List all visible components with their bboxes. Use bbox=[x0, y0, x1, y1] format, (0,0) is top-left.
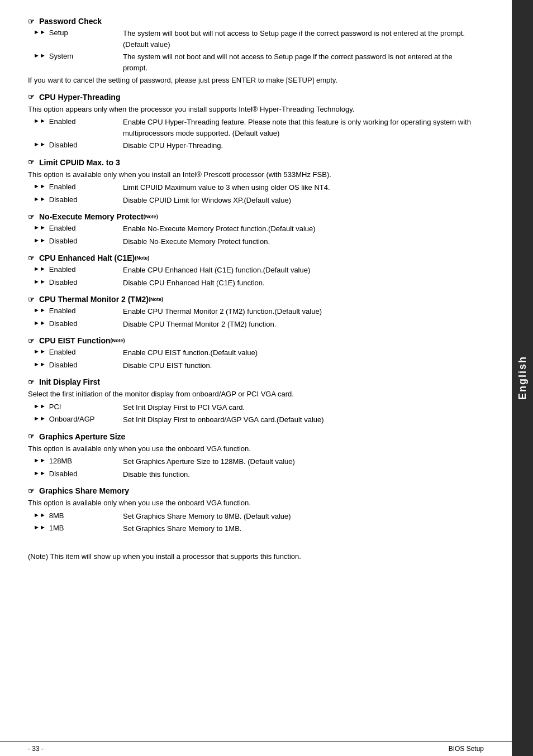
option-row: ►►EnabledEnable CPU EIST function.(Defau… bbox=[34, 347, 478, 358]
section-arrow-icon: ☞ bbox=[28, 432, 35, 441]
option-key: ►►Setup bbox=[34, 28, 123, 50]
option-arrow-icon: ►► bbox=[34, 28, 46, 35]
option-key: ►►Disabled bbox=[34, 140, 123, 151]
option-key-text: Disabled bbox=[49, 237, 78, 245]
section-title-graphics-aperture-size: ☞Graphics Aperture Size bbox=[28, 432, 478, 441]
section-extra: If you want to cancel the setting of pas… bbox=[28, 75, 478, 86]
option-row: ►►EnabledEnable CPU Enhanced Halt (C1E) … bbox=[34, 265, 478, 276]
section-desc: This option appears only when the proces… bbox=[28, 104, 478, 115]
section-arrow-icon: ☞ bbox=[28, 378, 35, 386]
page-title: BIOS Setup bbox=[449, 745, 484, 753]
section-title-text: Graphics Aperture Size bbox=[39, 432, 125, 441]
option-value-text: Disable this function. bbox=[123, 469, 478, 480]
option-row: ►►DisabledDisable CPU Enhanced Halt (C1E… bbox=[34, 277, 478, 289]
option-value-text: Enable CPU Hyper-Threading feature. Plea… bbox=[123, 117, 478, 138]
option-value-text: Disable CPU Hyper-Threading. bbox=[123, 140, 478, 151]
section-desc: This option is available only when you u… bbox=[28, 497, 478, 509]
option-arrow-icon: ►► bbox=[34, 224, 46, 231]
option-key-text: PCI bbox=[49, 403, 61, 411]
section-cpu-hyper-threading: ☞CPU Hyper-ThreadingThis option appears … bbox=[28, 93, 478, 151]
section-arrow-icon: ☞ bbox=[28, 487, 35, 495]
option-row: ►►DisabledDisable CPU EIST function. bbox=[34, 360, 478, 371]
option-arrow-icon: ►► bbox=[34, 183, 46, 189]
option-arrow-icon: ►► bbox=[34, 403, 46, 409]
option-row: ►►DisabledDisable No-Execute Memory Prot… bbox=[34, 236, 478, 247]
option-key-text: Enabled bbox=[49, 117, 76, 126]
footer-note-text: This item will show up when you install … bbox=[48, 552, 301, 561]
option-arrow-icon: ►► bbox=[34, 307, 46, 313]
option-arrow-icon: ►► bbox=[34, 265, 46, 272]
section-title-text: Init Display First bbox=[39, 377, 100, 386]
option-arrow-icon: ►► bbox=[34, 278, 46, 285]
section-arrow-icon: ☞ bbox=[28, 254, 35, 262]
option-row: ►►PCISet Init Display First to PCI VGA c… bbox=[34, 402, 478, 413]
option-arrow-icon: ►► bbox=[34, 457, 46, 463]
section-title-text: CPU Hyper-Threading bbox=[39, 93, 120, 102]
option-key: ►►Disabled bbox=[34, 360, 123, 371]
option-row: ►►Onboard/AGPSet Init Display First to o… bbox=[34, 414, 478, 425]
option-key-text: Disabled bbox=[49, 319, 78, 328]
section-note: (Note) bbox=[135, 255, 149, 261]
page-container: ☞Password Check►►SetupThe system will bo… bbox=[0, 0, 533, 756]
section-password-check: ☞Password Check►►SetupThe system will bo… bbox=[28, 17, 478, 86]
option-arrow-icon: ►► bbox=[34, 524, 46, 530]
section-arrow-icon: ☞ bbox=[28, 213, 35, 221]
section-note: (Note) bbox=[111, 338, 125, 343]
section-cpu-enhanced-halt: ☞CPU Enhanced Halt (C1E)(Note)►►EnabledE… bbox=[28, 253, 478, 288]
option-key-text: Disabled bbox=[49, 470, 78, 478]
section-graphics-aperture-size: ☞Graphics Aperture SizeThis option is av… bbox=[28, 432, 478, 480]
option-row: ►►8MBSet Graphics Share Memory to 8MB. (… bbox=[34, 511, 478, 522]
section-arrow-icon: ☞ bbox=[28, 158, 35, 166]
option-value-text: Enable CPU Enhanced Halt (C1E) function.… bbox=[123, 265, 478, 276]
option-key-text: System bbox=[49, 52, 73, 60]
option-key: ►►PCI bbox=[34, 402, 123, 413]
option-key: ►►Disabled bbox=[34, 236, 123, 247]
option-row: ►►DisabledDisable CPUID Limit for Window… bbox=[34, 195, 478, 206]
section-title-graphics-share-memory: ☞Graphics Share Memory bbox=[28, 486, 478, 495]
section-title-limit-cpuid: ☞Limit CPUID Max. to 3 bbox=[28, 158, 478, 167]
option-key-text: Disabled bbox=[49, 195, 78, 204]
option-value-text: Set Init Display First to PCI VGA card. bbox=[123, 402, 478, 413]
section-title-cpu-hyper-threading: ☞CPU Hyper-Threading bbox=[28, 93, 478, 102]
footer-note-label: (Note) bbox=[28, 552, 48, 561]
option-arrow-icon: ►► bbox=[34, 141, 46, 147]
option-row: ►►SetupThe system will boot but will not… bbox=[34, 28, 478, 50]
option-value-text: Enable CPU Thermal Monitor 2 (TM2) funct… bbox=[123, 306, 478, 317]
sidebar: English bbox=[512, 0, 533, 756]
option-key: ►►Enabled bbox=[34, 117, 123, 138]
section-graphics-share-memory: ☞Graphics Share MemoryThis option is ava… bbox=[28, 486, 478, 534]
option-value-text: Set Graphics Share Memory to 1MB. bbox=[123, 523, 478, 534]
section-arrow-icon: ☞ bbox=[28, 93, 35, 101]
option-key-text: 1MB bbox=[49, 524, 64, 532]
option-key-text: Disabled bbox=[49, 278, 78, 286]
option-row: ►►EnabledEnable CPU Thermal Monitor 2 (T… bbox=[34, 306, 478, 317]
option-value-text: Set Graphics Aperture Size to 128MB. (De… bbox=[123, 456, 478, 467]
section-title-text: CPU EIST Function bbox=[39, 336, 111, 345]
section-arrow-icon: ☞ bbox=[28, 337, 35, 345]
option-value-text: Disable CPU EIST function. bbox=[123, 360, 478, 371]
option-value-text: Disable CPUID Limit for Windows XP.(Defa… bbox=[123, 195, 478, 206]
option-row: ►►EnabledEnable CPU Hyper-Threading feat… bbox=[34, 117, 478, 138]
option-value-text: Disable CPU Enhanced Halt (C1E) function… bbox=[123, 277, 478, 289]
footer-note: (Note) This item will show up when you i… bbox=[28, 551, 478, 562]
section-desc: This option is available only when you i… bbox=[28, 169, 478, 180]
option-key-text: Enabled bbox=[49, 224, 76, 232]
option-key-text: Enabled bbox=[49, 183, 76, 191]
option-row: ►►EnabledLimit CPUID Maximum value to 3 … bbox=[34, 182, 478, 193]
section-title-init-display-first: ☞Init Display First bbox=[28, 377, 478, 386]
option-value-text: The system will boot but will not access… bbox=[123, 28, 478, 50]
option-arrow-icon: ►► bbox=[34, 52, 46, 59]
option-row: ►►EnabledEnable No-Execute Memory Protec… bbox=[34, 223, 478, 235]
option-key: ►►Enabled bbox=[34, 265, 123, 276]
section-title-cpu-thermal-monitor: ☞CPU Thermal Monitor 2 (TM2)(Note) bbox=[28, 295, 478, 304]
section-title-text: No-Execute Memory Protect bbox=[39, 212, 144, 221]
option-key: ►►Disabled bbox=[34, 277, 123, 289]
page-number: - 33 - bbox=[28, 745, 44, 753]
option-key-text: 8MB bbox=[49, 511, 64, 520]
section-title-text: CPU Thermal Monitor 2 (TM2) bbox=[39, 295, 149, 304]
section-desc: This option is available only when you u… bbox=[28, 443, 478, 454]
bottom-bar: - 33 - BIOS Setup bbox=[0, 741, 512, 756]
sections-container: ☞Password Check►►SetupThe system will bo… bbox=[28, 17, 478, 534]
option-arrow-icon: ►► bbox=[34, 348, 46, 355]
option-row: ►►128MBSet Graphics Aperture Size to 128… bbox=[34, 456, 478, 467]
